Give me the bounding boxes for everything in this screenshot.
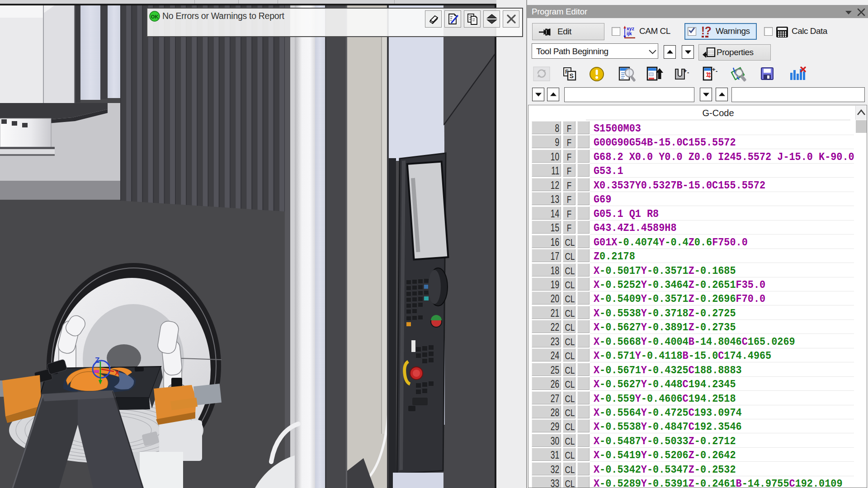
svg-text:-: - bbox=[716, 68, 717, 75]
svg-text:!?: !? bbox=[701, 26, 712, 37]
svg-text:+: + bbox=[684, 67, 687, 74]
svg-text:OK: OK bbox=[151, 14, 159, 19]
svg-text:ijk: ijk bbox=[627, 31, 632, 36]
svg-text:+: + bbox=[712, 66, 716, 73]
svg-text:-: - bbox=[687, 69, 689, 76]
svg-text:S: S bbox=[570, 72, 574, 80]
svg-text:Z: Z bbox=[95, 356, 99, 365]
svg-text:X: X bbox=[115, 369, 119, 376]
